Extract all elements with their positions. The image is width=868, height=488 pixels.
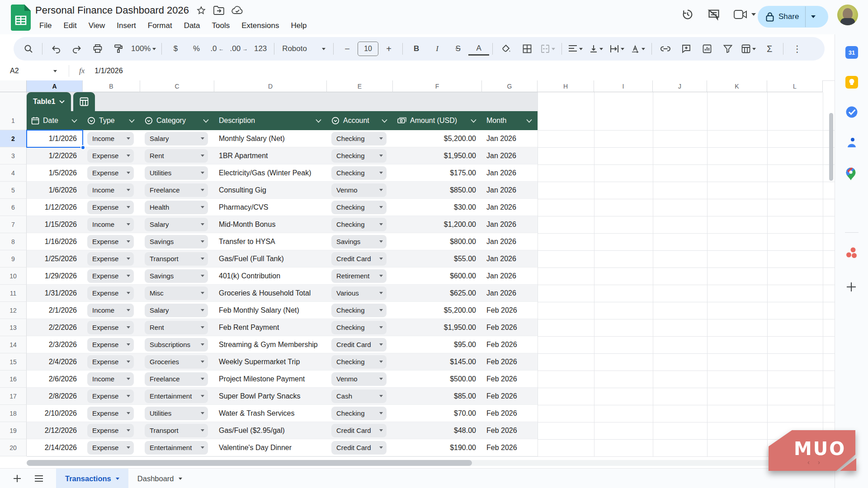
category-dropdown-chip[interactable]: Health	[145, 201, 208, 214]
column-header-A[interactable]: A	[27, 80, 83, 92]
cell-account[interactable]: Checking	[327, 216, 393, 233]
column-header-H[interactable]: H	[538, 80, 594, 92]
account-dropdown-chip[interactable]: Credit Card	[331, 424, 387, 437]
fill-color-icon[interactable]	[496, 41, 517, 57]
cell-category[interactable]: Salary	[140, 216, 214, 233]
calendar-icon[interactable]: 31	[845, 46, 858, 59]
join-call-caret-icon[interactable]	[751, 13, 756, 16]
cell-type[interactable]: Expense	[83, 405, 140, 422]
cell-description[interactable]: Feb Monthly Salary (Net)	[214, 302, 327, 319]
column-header-E[interactable]: E	[327, 80, 393, 92]
type-dropdown-chip[interactable]: Expense	[87, 166, 134, 180]
cell-month[interactable]: Jan 2026	[482, 267, 538, 284]
fill-handle[interactable]	[80, 145, 85, 150]
cell-account[interactable]: Checking	[327, 319, 393, 336]
cell-type[interactable]: Income	[83, 216, 140, 233]
cell-description[interactable]: Groceries & Household Total	[214, 285, 327, 301]
cell-date[interactable]: 2/2/2026	[27, 319, 83, 336]
sheet-tab-dashboard[interactable]: Dashboard	[128, 469, 191, 488]
header-dropdown-icon[interactable]	[316, 119, 321, 123]
account-dropdown-chip[interactable]: Checking	[331, 149, 387, 163]
cell-type[interactable]: Expense	[83, 250, 140, 267]
category-dropdown-chip[interactable]: Freelance	[145, 372, 208, 386]
font-size-input[interactable]: 10	[358, 42, 378, 56]
header-dropdown-icon[interactable]	[129, 119, 135, 123]
cell-type[interactable]: Expense	[83, 199, 140, 216]
menu-edit[interactable]: Edit	[58, 20, 81, 32]
cell-account[interactable]: Credit Card	[327, 422, 393, 439]
cell-date[interactable]: 2/3/2026	[27, 336, 83, 353]
cell-type[interactable]: Expense	[83, 439, 140, 456]
cell-description[interactable]: Project Milestone Payment	[214, 371, 327, 387]
vertical-align-icon[interactable]	[586, 41, 607, 57]
type-dropdown-chip[interactable]: Income	[87, 218, 134, 231]
account-dropdown-chip[interactable]: Cash	[331, 389, 387, 403]
type-dropdown-chip[interactable]: Expense	[87, 355, 134, 369]
print-icon[interactable]	[87, 41, 108, 57]
cell-category[interactable]: Entertainment	[140, 388, 214, 404]
cell-month[interactable]: Jan 2026	[482, 130, 538, 147]
comments-icon[interactable]	[708, 8, 720, 21]
menu-help[interactable]: Help	[286, 20, 311, 32]
share-button[interactable]: Share	[758, 6, 828, 28]
row-header-11[interactable]: 11	[0, 285, 27, 302]
cell-category[interactable]: Rent	[140, 319, 214, 336]
cell-type[interactable]: Expense	[83, 388, 140, 404]
cell-date[interactable]: 1/16/2026	[27, 233, 83, 250]
cell-date[interactable]: 1/25/2026	[27, 250, 83, 267]
version-history-icon[interactable]	[681, 8, 694, 21]
cell-amount[interactable]: $70.00	[393, 405, 482, 422]
sheet-tab-caret-icon[interactable]	[116, 478, 119, 480]
cloud-saved-icon[interactable]	[231, 6, 243, 15]
text-wrap-icon[interactable]	[607, 41, 627, 57]
account-avatar[interactable]	[837, 5, 858, 25]
cell-amount[interactable]: $1,950.00	[393, 319, 482, 336]
row-header-16[interactable]: 16	[0, 371, 27, 388]
menu-data[interactable]: Data	[179, 20, 205, 32]
column-header-L[interactable]: L	[767, 80, 823, 92]
cell-month[interactable]: Jan 2026	[482, 199, 538, 216]
cell-category[interactable]: Entertainment	[140, 439, 214, 456]
cell-amount[interactable]: $95.00	[393, 336, 482, 353]
row-header-14[interactable]: 14	[0, 336, 27, 353]
type-dropdown-chip[interactable]: Expense	[87, 407, 134, 420]
cell-amount[interactable]: $5,200.00	[393, 302, 482, 319]
column-header-D[interactable]: D	[214, 80, 327, 92]
account-dropdown-chip[interactable]: Savings	[331, 235, 387, 249]
row-header-4[interactable]: 4	[0, 164, 27, 182]
empty-grid[interactable]	[538, 92, 835, 456]
insert-comment-icon[interactable]	[676, 41, 697, 57]
cell-type[interactable]: Expense	[83, 267, 140, 284]
bold-icon[interactable]: B	[406, 41, 427, 57]
type-dropdown-chip[interactable]: Expense	[87, 269, 134, 283]
cell-month[interactable]: Jan 2026	[482, 285, 538, 301]
row-header-19[interactable]: 19	[0, 422, 27, 439]
cell-account[interactable]: Checking	[327, 405, 393, 422]
cell-amount[interactable]: $55.00	[393, 250, 482, 267]
account-dropdown-chip[interactable]: Checking	[331, 304, 387, 317]
cell-month[interactable]: Feb 2026	[482, 319, 538, 336]
table-menu-chip[interactable]	[73, 92, 95, 111]
category-dropdown-chip[interactable]: Entertainment	[145, 389, 208, 403]
document-title[interactable]: Personal Finance Dashboard 2026	[35, 5, 189, 16]
cell-month[interactable]: Feb 2026	[482, 371, 538, 387]
formula-input[interactable]: 1/1/2026	[94, 67, 123, 75]
cell-account[interactable]: Various	[327, 285, 393, 301]
category-dropdown-chip[interactable]: Savings	[145, 235, 208, 249]
header-dropdown-icon[interactable]	[526, 119, 532, 123]
type-dropdown-chip[interactable]: Expense	[87, 235, 134, 249]
row-header-1[interactable]: 1	[0, 111, 27, 130]
category-dropdown-chip[interactable]: Utilities	[145, 166, 208, 180]
header-dropdown-icon[interactable]	[71, 119, 77, 123]
cell-category[interactable]: Transport	[140, 250, 214, 267]
type-dropdown-chip[interactable]: Income	[87, 372, 134, 386]
menu-insert[interactable]: Insert	[112, 20, 141, 32]
column-header-J[interactable]: J	[653, 80, 707, 92]
category-dropdown-chip[interactable]: Rent	[145, 149, 208, 163]
menu-view[interactable]: View	[84, 20, 110, 32]
cell-type[interactable]: Income	[83, 371, 140, 387]
column-header-F[interactable]: F	[393, 80, 482, 92]
row-header-3[interactable]: 3	[0, 147, 27, 164]
cell-date[interactable]: 1/5/2026	[27, 164, 83, 181]
zoom-select[interactable]: 100%	[129, 41, 158, 57]
